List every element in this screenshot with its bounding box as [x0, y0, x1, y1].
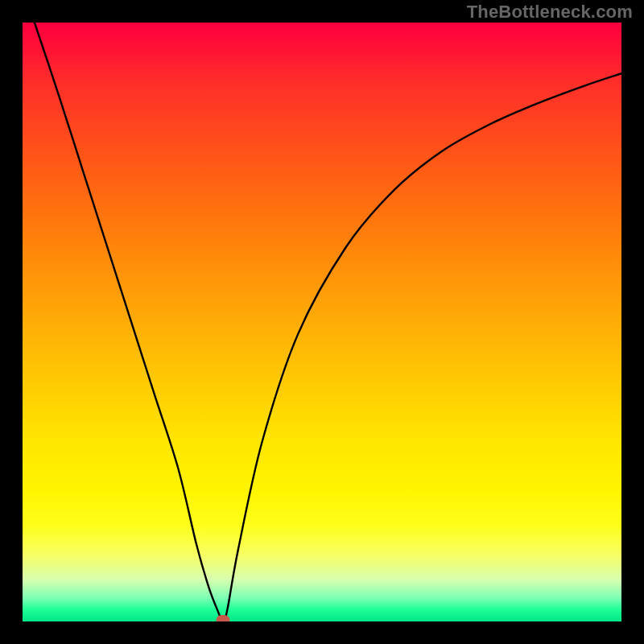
chart-plot-area — [23, 23, 621, 621]
minimum-marker — [217, 615, 230, 621]
watermark-text: TheBottleneck.com — [467, 2, 633, 23]
bottleneck-curve — [23, 23, 621, 621]
